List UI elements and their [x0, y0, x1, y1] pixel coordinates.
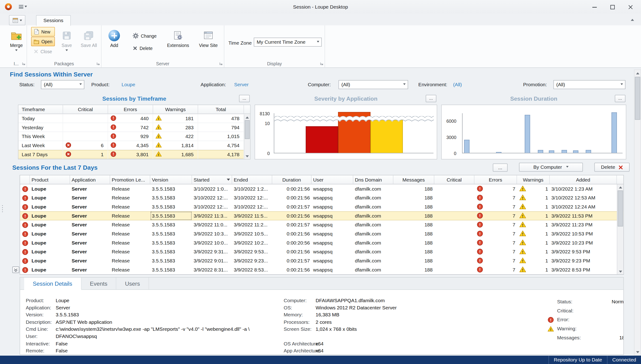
duration-options-button[interactable]: ...: [615, 95, 625, 102]
timeframe-row[interactable]: Yesterday !742!283794: [18, 123, 250, 132]
timeframe-col-header[interactable]: Total: [198, 105, 244, 114]
svg-text:!: !: [24, 250, 26, 254]
session-row[interactable]: !LoupeServerRelease3.5.5.15833/10/2022 1…: [20, 202, 623, 212]
scroll-up-button[interactable]: [634, 70, 640, 76]
tab-events[interactable]: Events: [81, 278, 116, 290]
dialog-launcher-icon[interactable]: [97, 62, 100, 65]
repository-status[interactable]: Repository Up to Date: [548, 356, 607, 364]
dialog-launcher-icon[interactable]: [22, 62, 25, 65]
session-row[interactable]: !LoupeServerRelease3.5.5.15833/9/2022 8:…: [20, 265, 623, 274]
status-filter-combo[interactable]: (All): [41, 80, 84, 89]
tab-session-details[interactable]: Session Details: [24, 278, 81, 290]
application-menu-button[interactable]: [9, 15, 25, 25]
promotion-filter-combo[interactable]: (All): [553, 80, 626, 89]
col-header-duration[interactable]: Duration: [272, 175, 311, 184]
by-computer-button[interactable]: By Computer: [519, 163, 583, 172]
minimize-button[interactable]: [585, 0, 603, 14]
scroll-down-button[interactable]: [617, 268, 623, 274]
maximize-button[interactable]: [603, 0, 621, 14]
timeframe-col-header[interactable]: Warnings: [153, 105, 198, 114]
app-vertical-scrollbar[interactable]: [634, 70, 641, 356]
cell-messages: 188: [393, 247, 434, 256]
col-header-promotion[interactable]: Promotion Le...: [110, 175, 150, 184]
new-button[interactable]: New: [31, 27, 55, 36]
extensions-button[interactable]: Extensions: [164, 27, 192, 60]
col-header-application[interactable]: Application: [70, 175, 110, 184]
col-header-ended[interactable]: Ended: [232, 175, 272, 184]
timeframe-scrollbar[interactable]: [244, 114, 250, 159]
col-header-icon[interactable]: [20, 175, 30, 184]
open-button[interactable]: Open: [31, 37, 55, 46]
cell-promotion: Release: [110, 184, 150, 194]
session-row[interactable]: !LoupeServerRelease3.5.5.15833/10/2022 1…: [20, 184, 623, 194]
session-row[interactable]: !LoupeServerRelease3.5.5.15833/9/2022 11…: [20, 211, 623, 220]
computer-filter-combo[interactable]: (All): [338, 80, 408, 89]
session-row[interactable]: !LoupeServerRelease3.5.5.15833/9/2022 9:…: [20, 256, 623, 266]
save-button[interactable]: Save: [57, 27, 76, 60]
col-header-added[interactable]: Added: [550, 175, 617, 184]
col-header-started[interactable]: Started: [192, 175, 232, 184]
col-header-product[interactable]: Product: [30, 175, 70, 184]
chevron-down-icon: [14, 268, 18, 272]
save-all-button[interactable]: Save All: [78, 27, 100, 60]
application-filter-link[interactable]: Server: [234, 82, 249, 88]
cell-critical: [434, 211, 474, 220]
delete-server-button[interactable]: Delete: [130, 43, 161, 52]
connection-status[interactable]: Connected: [607, 356, 641, 364]
col-header-critical[interactable]: Critical: [434, 175, 474, 184]
session-row[interactable]: !LoupeServerRelease3.5.5.15833/9/2022 10…: [20, 238, 623, 247]
scroll-thumb[interactable]: [635, 77, 640, 120]
scroll-down-button[interactable]: [634, 349, 640, 355]
close-button[interactable]: [621, 0, 639, 14]
col-header-dns[interactable]: Dns Domain: [353, 175, 393, 184]
environment-filter-link[interactable]: (All): [453, 82, 462, 88]
time-zone-combo[interactable]: My Current Time Zone: [254, 38, 322, 47]
product-filter-link[interactable]: Loupe: [121, 82, 135, 88]
timeframe-row[interactable]: Last 7 Days 1!3,801!1,6854,178: [18, 150, 250, 159]
sessions-options-button[interactable]: ...: [493, 164, 507, 172]
col-header-errors[interactable]: Errors: [474, 175, 517, 184]
timeframe-options-button[interactable]: ...: [239, 95, 250, 102]
add-button[interactable]: Add: [105, 27, 124, 60]
cell-product: Loupe: [30, 265, 70, 274]
collapse-ribbon-button[interactable]: [629, 16, 636, 23]
severity-options-button[interactable]: ...: [426, 95, 437, 102]
col-header-messages[interactable]: Messages: [393, 175, 434, 184]
timeframe-row[interactable]: Today !440!181478: [18, 114, 250, 123]
scroll-up-button[interactable]: [617, 184, 623, 190]
change-button[interactable]: Change: [130, 31, 161, 40]
dialog-launcher-icon[interactable]: [220, 62, 223, 65]
session-row[interactable]: !LoupeServerRelease3.5.5.15833/10/2022 1…: [20, 194, 623, 202]
duration-panel-title: Session Duration: [441, 94, 626, 104]
scroll-thumb[interactable]: [245, 120, 250, 139]
duration-bar-4: [538, 150, 543, 153]
cell-application: Server: [70, 202, 110, 212]
session-row[interactable]: !LoupeServerRelease3.5.5.15833/9/2022 9:…: [20, 247, 623, 256]
duration-bar-8: [586, 150, 591, 153]
col-header-version[interactable]: Version: [150, 175, 192, 184]
session-row[interactable]: !LoupeServerRelease3.5.5.15833/9/2022 10…: [20, 230, 623, 238]
col-header-user[interactable]: User: [311, 175, 353, 184]
close-package-button[interactable]: Close: [31, 46, 55, 56]
timeframe-col-header[interactable]: Timeframe: [18, 105, 63, 114]
scroll-thumb[interactable]: [618, 190, 623, 227]
splitter-grip[interactable]: [2, 205, 3, 212]
collapse-details-button[interactable]: [12, 266, 19, 273]
tab-users[interactable]: Users: [116, 278, 149, 290]
session-row[interactable]: !LoupeServerRelease3.5.5.15833/9/2022 11…: [20, 220, 623, 230]
merge-button[interactable]: Merge: [7, 27, 26, 60]
timeframe-col-header[interactable]: Critical: [63, 105, 108, 114]
cell-dns: dfamilk.com: [353, 194, 393, 202]
sessions-scrollbar[interactable]: [617, 184, 623, 274]
delete-sessions-button[interactable]: Delete: [594, 163, 629, 172]
scroll-up-button[interactable]: [244, 114, 250, 120]
scroll-down-button[interactable]: [244, 153, 250, 159]
timeframe-col-header[interactable]: Errors: [108, 105, 153, 114]
timeframe-row[interactable]: This Week !929!4221,015: [18, 132, 250, 141]
tab-sessions[interactable]: Sessions: [36, 15, 71, 26]
col-header-warnings[interactable]: Warnings: [517, 175, 550, 184]
dialog-launcher-icon[interactable]: [320, 62, 323, 65]
view-site-button[interactable]: View Site: [195, 27, 222, 60]
cell-icon: !: [20, 238, 30, 247]
timeframe-row[interactable]: Last Week 6!4,345!1,8144,754: [18, 141, 250, 150]
